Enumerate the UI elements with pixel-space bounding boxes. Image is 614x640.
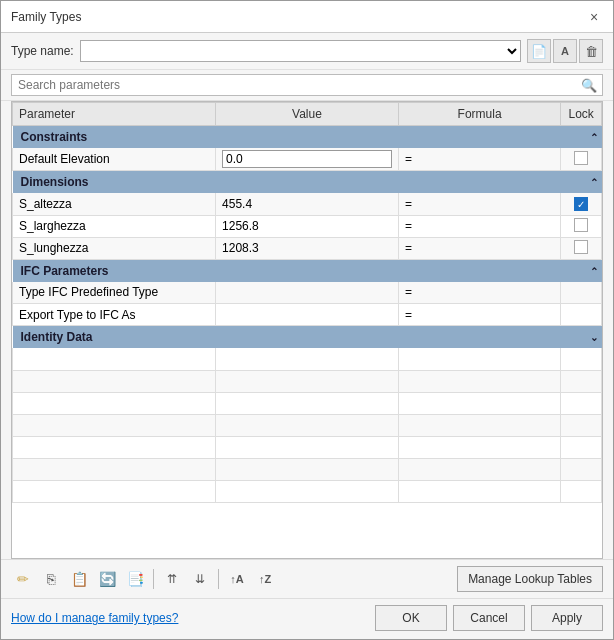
edit-param-button[interactable]: ✏ <box>11 567 35 591</box>
move-down-button[interactable]: ⇊ <box>188 567 212 591</box>
parameters-table: Parameter Value Formula Lock Constraints… <box>12 102 602 503</box>
toolbar-separator-2 <box>218 569 219 589</box>
param-value-export-ifc <box>216 304 399 326</box>
add-param-button[interactable]: 📑 <box>123 567 147 591</box>
param-value-s-lunghezza: 1208.3 <box>216 237 399 259</box>
search-input[interactable] <box>11 74 603 96</box>
copy-type-button[interactable]: ⎘ <box>39 567 63 591</box>
lock-checkbox-unchecked[interactable] <box>574 151 588 165</box>
lock-checkbox-unchecked[interactable] <box>574 240 588 254</box>
table-row-empty <box>13 480 602 502</box>
section-header-identity[interactable]: Identity Data ⌄ <box>13 326 602 349</box>
param-lock-s-altezza[interactable]: ✓ <box>561 193 602 215</box>
search-row: 🔍 <box>1 70 613 101</box>
table-row-empty <box>13 414 602 436</box>
sort-az-icon: ↑A <box>230 573 243 585</box>
dimensions-collapse-icon: ⌃ <box>590 177 598 188</box>
section-label-ifc: IFC Parameters <box>13 259 561 282</box>
table-row: Export Type to IFC As = <box>13 304 602 326</box>
param-name-default-elevation: Default Elevation <box>13 148 216 171</box>
add-icon: 📑 <box>127 571 144 587</box>
param-value-input-default-elevation[interactable] <box>222 150 392 168</box>
edit-icon: ✏ <box>17 571 29 587</box>
param-name-s-larghezza: S_larghezza <box>13 215 216 237</box>
param-lock-ifc-predefined <box>561 282 602 304</box>
help-link[interactable]: How do I manage family types? <box>11 611 178 625</box>
table-row: S_lunghezza 1208.3 = <box>13 237 602 259</box>
table-body: Constraints ⌃ Default Elevation = <box>13 126 602 503</box>
type-name-row: Type name: 📄 A 🗑 <box>1 33 613 70</box>
copy-icon: ⎘ <box>47 571 55 587</box>
type-name-label: Type name: <box>11 44 74 58</box>
identity-expand-icon: ⌄ <box>590 332 598 343</box>
parameters-table-area: Parameter Value Formula Lock Constraints… <box>11 101 603 559</box>
sort-za-button[interactable]: ↑Z <box>253 567 277 591</box>
new-type-button[interactable]: 📄 <box>527 39 551 63</box>
sort-az-button[interactable]: ↑A <box>225 567 249 591</box>
param-lock-default-elevation[interactable] <box>561 148 602 171</box>
section-label-dimensions: Dimensions <box>13 171 561 194</box>
table-row-empty <box>13 458 602 480</box>
table-row: Default Elevation = <box>13 148 602 171</box>
table-row-empty <box>13 348 602 370</box>
param-formula-default-elevation: = <box>398 148 560 171</box>
param-value-s-altezza: 455.4 <box>216 193 399 215</box>
table-row: S_larghezza 1256.8 = <box>13 215 602 237</box>
move-up-icon: ⇈ <box>167 572 177 586</box>
close-button[interactable]: × <box>585 8 603 26</box>
constraints-collapse-icon: ⌃ <box>590 132 598 143</box>
cancel-button[interactable]: Cancel <box>453 605 525 631</box>
bottom-toolbar: ✏ ⎘ 📋 🔄 📑 ⇈ ⇊ ↑A ↑Z Manage Lookup Tables <box>1 559 613 598</box>
table-row-empty <box>13 370 602 392</box>
param-formula-s-larghezza: = <box>398 215 560 237</box>
rename-type-icon: A <box>561 45 569 57</box>
param-formula-ifc-predefined: = <box>398 282 560 304</box>
title-bar: Family Types × <box>1 1 613 33</box>
footer-buttons: OK Cancel Apply <box>375 605 603 631</box>
lock-checkbox-unchecked[interactable] <box>574 218 588 232</box>
param-formula-export-ifc: = <box>398 304 560 326</box>
refresh-button[interactable]: 🔄 <box>95 567 119 591</box>
param-value-cell <box>216 148 399 171</box>
footer-row: How do I manage family types? OK Cancel … <box>1 598 613 639</box>
section-header-ifc[interactable]: IFC Parameters ⌃ <box>13 259 602 282</box>
col-formula: Formula <box>398 103 560 126</box>
paste-button[interactable]: 📋 <box>67 567 91 591</box>
ok-button[interactable]: OK <box>375 605 447 631</box>
table-row: Type IFC Predefined Type = <box>13 282 602 304</box>
paste-icon: 📋 <box>71 571 88 587</box>
table-row-empty <box>13 392 602 414</box>
delete-type-icon: 🗑 <box>585 44 598 59</box>
param-lock-s-lunghezza[interactable] <box>561 237 602 259</box>
lock-checkbox-checked[interactable]: ✓ <box>574 197 588 211</box>
param-formula-s-altezza: = <box>398 193 560 215</box>
param-formula-s-lunghezza: = <box>398 237 560 259</box>
col-parameter: Parameter <box>13 103 216 126</box>
param-name-s-lunghezza: S_lunghezza <box>13 237 216 259</box>
param-value-ifc-predefined <box>216 282 399 304</box>
delete-type-button[interactable]: 🗑 <box>579 39 603 63</box>
sort-za-icon: ↑Z <box>259 573 271 585</box>
dialog-title: Family Types <box>11 10 81 24</box>
apply-button[interactable]: Apply <box>531 605 603 631</box>
table-row-empty <box>13 436 602 458</box>
table-header-row: Parameter Value Formula Lock <box>13 103 602 126</box>
rename-type-button[interactable]: A <box>553 39 577 63</box>
toolbar-separator-1 <box>153 569 154 589</box>
section-header-constraints[interactable]: Constraints ⌃ <box>13 126 602 149</box>
param-name-ifc-predefined: Type IFC Predefined Type <box>13 282 216 304</box>
move-down-icon: ⇊ <box>195 572 205 586</box>
manage-lookup-button[interactable]: Manage Lookup Tables <box>457 566 603 592</box>
section-header-dimensions[interactable]: Dimensions ⌃ <box>13 171 602 194</box>
new-type-icon: 📄 <box>531 44 547 59</box>
param-lock-export-ifc <box>561 304 602 326</box>
family-types-dialog: Family Types × Type name: 📄 A 🗑 🔍 <box>0 0 614 640</box>
type-toolbar-icons: 📄 A 🗑 <box>527 39 603 63</box>
param-name-export-ifc: Export Type to IFC As <box>13 304 216 326</box>
type-name-select[interactable] <box>80 40 521 62</box>
param-lock-s-larghezza[interactable] <box>561 215 602 237</box>
param-value-s-larghezza: 1256.8 <box>216 215 399 237</box>
move-up-button[interactable]: ⇈ <box>160 567 184 591</box>
table-row: S_altezza 455.4 = ✓ <box>13 193 602 215</box>
col-value: Value <box>216 103 399 126</box>
